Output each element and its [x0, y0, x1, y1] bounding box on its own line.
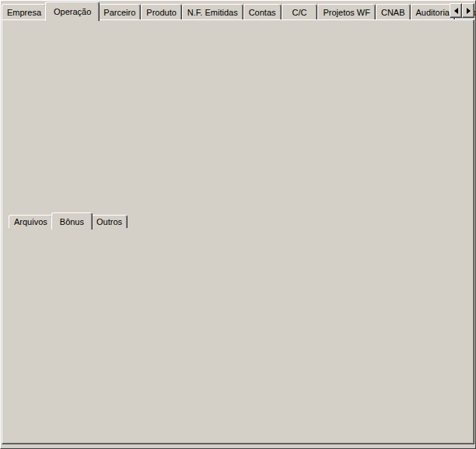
tab-bonus[interactable]: Bônus: [51, 212, 93, 230]
tab-scroll-left-button[interactable]: [450, 3, 462, 18]
tab-produto[interactable]: Produto: [141, 4, 182, 19]
tab-scroller: [450, 3, 474, 18]
arrow-left-icon: [454, 8, 458, 14]
tab-auditoria[interactable]: Auditoria: [411, 4, 455, 19]
tab-empresa[interactable]: Empresa: [2, 4, 47, 19]
tab-nf-emitidas[interactable]: N.F. Emitidas: [182, 4, 243, 19]
main-tabbar: Empresa Operação Parceiro Produto N.F. E…: [2, 2, 476, 19]
diversos-tabbar: Arquivos Bônus Outros: [9, 212, 128, 228]
tab-parceiro[interactable]: Parceiro: [98, 4, 141, 19]
tab-cnab[interactable]: CNAB: [376, 4, 411, 19]
tab-arquivos[interactable]: Arquivos: [9, 215, 53, 228]
operacao-tab-page: [2, 19, 474, 444]
tab-contas[interactable]: Contas: [243, 4, 282, 19]
tab-scroll-right-button[interactable]: [462, 3, 474, 18]
tab-projetos-wf[interactable]: Projetos WF: [317, 4, 376, 19]
tab-cc[interactable]: C/C: [282, 4, 318, 19]
arrow-right-icon: [467, 8, 471, 14]
tab-operacao[interactable]: Operação: [45, 2, 100, 21]
tab-outros[interactable]: Outros: [91, 215, 128, 228]
